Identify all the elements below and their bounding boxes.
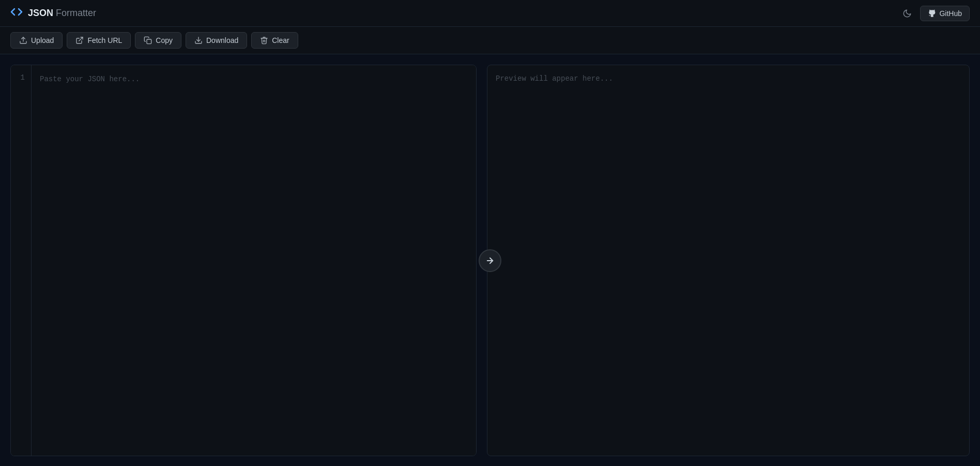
line-numbers: 1 [11, 65, 32, 456]
format-button[interactable] [479, 249, 501, 272]
copy-button[interactable]: Copy [135, 32, 181, 49]
copy-icon [144, 36, 152, 44]
title-formatter: Formatter [56, 8, 96, 18]
app-header: JSON Formatter GitHub [0, 0, 980, 27]
header-actions: GitHub [899, 6, 970, 21]
toolbar: Upload Fetch URL Copy Download [0, 27, 980, 54]
title-json: JSON [28, 8, 53, 18]
theme-toggle-button[interactable] [899, 6, 915, 21]
github-button[interactable]: GitHub [920, 6, 970, 21]
github-icon [928, 9, 936, 18]
header-logo-area: JSON Formatter [10, 6, 96, 21]
svg-rect-2 [147, 39, 151, 44]
editor-panel: 1 [10, 65, 477, 456]
download-button[interactable]: Download [186, 32, 247, 49]
logo-icon [10, 6, 23, 21]
line-number-1: 1 [17, 73, 25, 82]
download-icon [194, 36, 203, 44]
upload-button[interactable]: Upload [10, 32, 63, 49]
preview-panel: Preview will appear here... [487, 65, 970, 456]
upload-icon [19, 36, 27, 44]
github-label: GitHub [939, 9, 962, 18]
arrow-right-icon [485, 256, 495, 265]
main-content: 1 Preview will appear here... [0, 54, 980, 466]
fetch-url-button[interactable]: Fetch URL [67, 32, 131, 49]
svg-line-1 [79, 37, 83, 41]
theme-icon [902, 9, 912, 18]
json-input[interactable] [32, 65, 476, 456]
copy-label: Copy [156, 36, 173, 44]
fetch-url-icon [75, 36, 84, 44]
download-label: Download [206, 36, 238, 44]
preview-placeholder: Preview will appear here... [496, 74, 613, 83]
fetch-url-label: Fetch URL [87, 36, 122, 44]
app-title: JSON Formatter [28, 8, 96, 19]
clear-icon [260, 36, 268, 44]
clear-label: Clear [272, 36, 289, 44]
editor-inner: 1 [11, 65, 476, 456]
clear-button[interactable]: Clear [251, 32, 298, 49]
upload-label: Upload [31, 36, 54, 44]
